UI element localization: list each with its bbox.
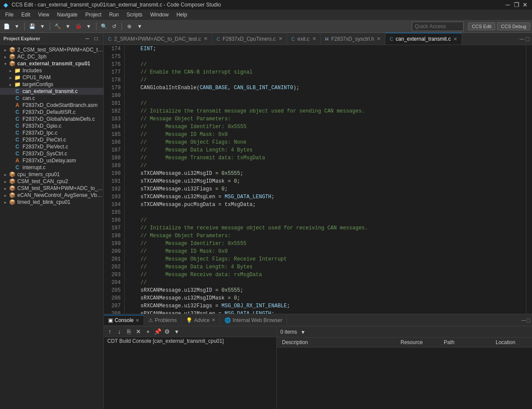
scroll-up-button[interactable]: ↑ — [106, 327, 114, 336]
tree-arrow: ▸ — [2, 193, 9, 198]
menu-item-file[interactable]: File — [2, 11, 17, 19]
editor-maximize-button[interactable]: □ — [526, 35, 529, 42]
tree-item[interactable]: ▸📦timed_led_blink_cpu01 — [0, 199, 103, 206]
tree-arrow: ▸ — [2, 200, 9, 205]
editor-tab[interactable]: Ccan_external_transmit.c✕ — [385, 33, 462, 45]
settings-button[interactable]: ⚙ — [163, 327, 171, 336]
tab-close-button[interactable]: ✕ — [377, 36, 381, 42]
problems-column-header: Resource — [399, 338, 442, 346]
menu-item-window[interactable]: Window — [147, 11, 172, 19]
tree-item[interactable]: ▸📁Includes — [0, 67, 103, 74]
tree-item[interactable]: ▸📦CSM_test_CAN_cpu2 — [0, 178, 103, 185]
code-line: // — [128, 76, 522, 84]
tab-file-icon: C — [292, 36, 295, 42]
menu-item-navigate[interactable]: Navigate — [54, 11, 81, 19]
problems-filter-button[interactable]: ▾ — [299, 328, 308, 336]
tree-item[interactable]: AF2837xD_usDelay.asm — [0, 157, 103, 164]
quick-access-input[interactable] — [412, 22, 464, 31]
tree-item[interactable]: ▸📦2_CSM_test_SRAM+PWM+ADC_to_D... — [0, 46, 103, 53]
tree-item[interactable]: AF2837xD_CodeStartBranch.asm — [0, 102, 103, 109]
bottom-tab[interactable]: 💡Advice✕ — [182, 316, 220, 325]
tree-item[interactable]: Cinterrupt.c — [0, 164, 103, 171]
dropdown-button[interactable]: ▼ — [12, 22, 22, 31]
refresh-button[interactable]: ↺ — [109, 22, 119, 31]
tree-item[interactable]: CF2837xD_GlobalVariableDefs.c — [0, 116, 103, 122]
bottom-tab-close-button[interactable]: ✕ — [212, 317, 215, 323]
menu-item-help[interactable]: Help — [173, 11, 191, 19]
dropdown-button-3[interactable]: ▼ — [63, 22, 73, 31]
tree-item[interactable]: ▸📦AC_DC_3ph — [0, 53, 103, 60]
line-number: 205 — [107, 287, 121, 294]
editor-scrollbar[interactable] — [526, 45, 532, 314]
tab-close-button[interactable]: ✕ — [312, 36, 316, 42]
more-button[interactable]: ▾ — [172, 327, 181, 336]
sidebar-maximize-button[interactable]: □ — [92, 35, 100, 42]
editor-tab[interactable]: CF2837xD_CpuTimers.c✕ — [212, 33, 287, 45]
tree-item[interactable]: CF2837xD_PieVect.c — [0, 143, 103, 150]
new-button[interactable]: 📄 — [2, 22, 11, 31]
copy-button[interactable]: ⎘ — [125, 327, 133, 336]
tree-item[interactable]: ▸📦eCAN_NewControl_AvgSense_Vb1Vb... — [0, 192, 103, 199]
ccs-debug-button[interactable]: CCS Debug — [497, 23, 530, 30]
dropdown-button-2[interactable]: ▼ — [38, 22, 47, 31]
menu-item-view[interactable]: View — [35, 11, 53, 19]
menu-item-scripts[interactable]: Scripts — [123, 11, 146, 19]
ccs-edit-button[interactable]: CCS Edit — [468, 23, 495, 30]
console-content[interactable] — [104, 345, 276, 409]
tree-icon: C — [14, 116, 21, 122]
tree-item[interactable]: ▾📦can_external_transmit_cpu01 — [0, 60, 103, 67]
code-line: // Message Object Parameters: — [128, 115, 522, 123]
debug-button[interactable]: 🐞 — [74, 22, 83, 31]
tree-item[interactable]: ▸📦cpu_timers_cpu01 — [0, 171, 103, 178]
tree-item[interactable]: CF2837xD_PieCtrl.c — [0, 136, 103, 143]
editor-tab[interactable]: C2_SRAM+PWM+ADC_to_DAC_test.c✕ — [104, 33, 212, 45]
new-console-button[interactable]: + — [144, 327, 152, 336]
bottom-tab-close-button[interactable]: ✕ — [135, 318, 139, 323]
bottom-minimize-button[interactable]: ─ — [522, 317, 526, 324]
tab-close-button[interactable]: ✕ — [204, 36, 208, 42]
close-button[interactable]: ✕ — [522, 1, 529, 8]
line-number: 178 — [107, 76, 121, 84]
editor-tab[interactable]: HF2837xD_sysctrl.h✕ — [321, 33, 385, 45]
bottom-tab[interactable]: 🌐Internal Web Browser — [220, 316, 287, 325]
tree-item[interactable]: Ccan_external_transmit.c — [0, 88, 103, 95]
sidebar-minimize-button[interactable]: ─ — [83, 35, 91, 42]
code-content[interactable]: EINT; // // Enable the CAN-B interrupt s… — [125, 45, 526, 314]
code-line: EINT; — [128, 45, 522, 53]
tree-item[interactable]: CF2837xD_Gpio.c — [0, 122, 103, 129]
save-button[interactable]: 💾 — [27, 22, 37, 31]
tree-item[interactable]: CF2837xD_Ipc.c — [0, 129, 103, 136]
problems-content[interactable] — [277, 348, 532, 409]
clear-button[interactable]: ✕ — [134, 327, 143, 336]
build-button[interactable]: 🔨 — [53, 22, 62, 31]
tree-item[interactable]: Ccan.c — [0, 95, 103, 102]
search-button[interactable]: 🔍 — [99, 22, 109, 31]
tree-item[interactable]: CF2837xD_DefaultISR.c — [0, 109, 103, 116]
tab-close-button[interactable]: ✕ — [279, 36, 282, 42]
dropdown-button-4[interactable]: ▼ — [84, 22, 93, 31]
scroll-down-button[interactable]: ↓ — [115, 327, 124, 336]
tree-item[interactable]: CF2837xD_SysCtrl.c — [0, 150, 103, 157]
bottom-maximize-button[interactable]: □ — [527, 317, 530, 324]
code-line: // — [128, 279, 522, 287]
tree-item[interactable]: ▸📦CSM_test_SRAM+PWM+ADC_to_DAC... — [0, 185, 103, 192]
dropdown-button-5[interactable]: ▼ — [135, 22, 144, 31]
tree-item[interactable]: ▸📁CPU1_RAM — [0, 74, 103, 81]
tab-close-button[interactable]: ✕ — [453, 36, 457, 42]
menu-item-run[interactable]: Run — [106, 11, 122, 19]
tree-item[interactable]: ▸📁targetConfigs — [0, 81, 103, 88]
editor-tab[interactable]: Cexit.c✕ — [287, 33, 321, 45]
menu-item-edit[interactable]: Edit — [18, 11, 34, 19]
menu-item-project[interactable]: Project — [82, 11, 105, 19]
line-number: 190 — [107, 170, 121, 177]
restore-button[interactable]: ❐ — [513, 1, 520, 8]
bottom-tab[interactable]: ▣Console✕ — [104, 315, 144, 325]
bottom-tab[interactable]: ⚠Problems — [144, 316, 182, 325]
sidebar-tree[interactable]: ▸📦2_CSM_test_SRAM+PWM+ADC_to_D...▸📦AC_DC… — [0, 45, 103, 409]
editor-minimize-button[interactable]: ─ — [520, 35, 524, 42]
pin-button[interactable]: 📌 — [153, 327, 162, 336]
minimize-button[interactable]: ─ — [504, 1, 511, 8]
toolbar-separator-4 — [122, 23, 122, 30]
line-number: 187 — [107, 146, 121, 154]
target-button[interactable]: ⊕ — [125, 22, 134, 31]
